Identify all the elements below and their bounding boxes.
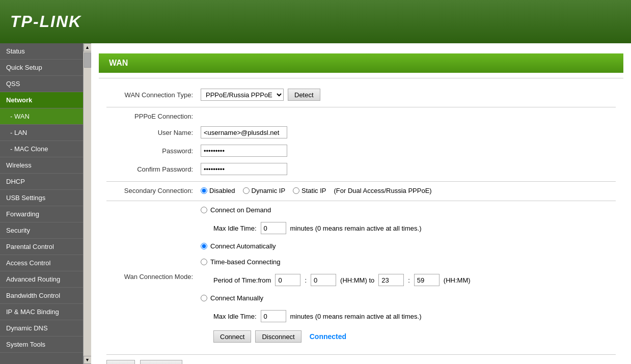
sidebar-item-lan[interactable]: - LAN [0, 125, 83, 141]
connect-automatically-radio[interactable] [201, 243, 207, 249]
sidebar-item-bandwidth-control[interactable]: Bandwidth Control [0, 288, 83, 304]
disconnect-button[interactable]: Disconnect [255, 330, 301, 343]
advanced-button[interactable]: Advanced [140, 360, 183, 364]
sidebar-scrollbar[interactable]: ▲ ▼ [83, 43, 91, 364]
logo: TP-LINK [10, 12, 81, 31]
password-input[interactable] [201, 145, 287, 157]
pppoe-connection-label: PPPoE Connection: [99, 113, 201, 120]
secondary-static-label: Static IP [301, 187, 326, 194]
connect-automatically-text: Connect Automatically [210, 242, 276, 250]
sidebar-item-mac-clone[interactable]: - MAC Clone [0, 141, 83, 157]
wan-connection-type-row: WAN Connection Type: PPPoE/Russia PPPoED… [99, 89, 623, 101]
sidebar-item-forwarding[interactable]: Forwarding [0, 206, 83, 222]
sidebar-item-access-control[interactable]: Access Control [0, 255, 83, 271]
hhmm2-label: (HH:MM) [444, 276, 471, 284]
sidebar-item-advanced-routing[interactable]: Advanced Routing [0, 271, 83, 288]
sidebar-item-qss[interactable]: QSS [0, 76, 83, 92]
secondary-dynamic-item: Dynamic IP [243, 187, 285, 194]
bottom-buttons: Save Advanced [106, 354, 616, 364]
sidebar-item-security[interactable]: Security [0, 222, 83, 239]
secondary-dynamic-label: Dynamic IP [252, 187, 285, 194]
secondary-disabled-item: Disabled [201, 187, 235, 194]
sidebar-item-wireless[interactable]: Wireless [0, 157, 83, 174]
secondary-connection-control: Disabled Dynamic IP Static IP (For Dual … [201, 187, 432, 194]
confirm-password-label: Confirm Password: [99, 165, 201, 173]
time-from1-input[interactable] [275, 274, 300, 286]
password-row: Password: [99, 145, 623, 157]
wan-connection-type-label: WAN Connection Type: [99, 91, 201, 99]
secondary-connection-row: Secondary Connection: Disabled Dynamic I… [99, 187, 623, 194]
header: TP-LINK [0, 0, 631, 43]
colon1: : [305, 276, 307, 284]
max-idle-note1: minutes (0 means remain active at all ti… [290, 225, 422, 232]
colon2: : [408, 276, 410, 284]
sidebar-item-parental-control[interactable]: Parental Control [0, 239, 83, 255]
password-label: Password: [99, 147, 201, 155]
connect-manually-radio[interactable] [201, 295, 207, 301]
sidebar-item-dynamic-dns[interactable]: Dynamic DNS [0, 320, 83, 337]
connect-on-demand-radio[interactable] [201, 207, 207, 213]
sidebar-item-ip-mac-binding[interactable]: IP & MAC Binding [0, 304, 83, 320]
secondary-static-radio[interactable] [293, 187, 299, 194]
wan-connection-type-select[interactable]: PPPoE/Russia PPPoEDynamic IPStatic IPL2T… [201, 89, 284, 101]
period-row: Period of Time:from : (HH:MM) to : (HH:M… [213, 274, 471, 286]
username-input[interactable] [201, 126, 287, 138]
scroll-down-arrow[interactable]: ▼ [84, 356, 92, 364]
divider-top [99, 78, 623, 78]
connect-on-demand-text: Connect on Demand [210, 206, 271, 214]
connect-button[interactable]: Connect [213, 330, 251, 343]
wan-mode-label: Wan Connection Mode: [99, 273, 201, 281]
secondary-note: (For Dual Access/Russia PPPoE) [334, 187, 431, 194]
secondary-dynamic-radio[interactable] [243, 187, 250, 194]
sidebar-item-system-tools[interactable]: System Tools [0, 337, 83, 353]
time-from2-input[interactable] [311, 274, 336, 286]
sidebar-item-quick-setup[interactable]: Quick Setup [0, 60, 83, 76]
max-idle-row2: Max Idle Time: minutes (0 means remain a… [213, 310, 471, 322]
connect-manually-text: Connect Manually [210, 294, 263, 302]
confirm-password-row: Confirm Password: [99, 163, 623, 175]
time-to1-input[interactable] [378, 274, 404, 286]
divider-mode [106, 201, 616, 201]
sidebar-item-dhcp[interactable]: DHCP [0, 174, 83, 190]
time-based-text: Time-based Connecting [210, 258, 281, 266]
sidebar-item-network[interactable]: Network [0, 92, 83, 108]
divider-pppoe [106, 107, 616, 107]
username-control [201, 126, 287, 138]
pppoe-connection-row: PPPoE Connection: [99, 113, 623, 120]
max-idle-label1: Max Idle Time: [213, 225, 257, 232]
sidebar-item-status[interactable]: Status [0, 43, 83, 60]
detect-button[interactable]: Detect [288, 89, 320, 101]
main-layout: StatusQuick SetupQSSNetwork- WAN- LAN- M… [0, 43, 631, 364]
connect-on-demand-row: Connect on Demand [201, 206, 471, 214]
secondary-disabled-label: Disabled [209, 187, 235, 194]
username-row: User Name: [99, 126, 623, 138]
secondary-disabled-radio[interactable] [201, 187, 207, 194]
max-idle-row1: Max Idle Time: minutes (0 means remain a… [213, 222, 471, 234]
secondary-connection-label: Secondary Connection: [99, 187, 201, 194]
scroll-up-arrow[interactable]: ▲ [84, 43, 92, 51]
max-idle-input2[interactable] [261, 310, 286, 322]
page-title: WAN [99, 53, 623, 73]
scroll-track [84, 51, 91, 356]
save-button[interactable]: Save [106, 360, 135, 364]
connect-automatically-label: Connect Automatically [201, 242, 276, 250]
sidebar-item-wan[interactable]: - WAN [0, 108, 83, 125]
connect-on-demand-label: Connect on Demand [201, 206, 271, 214]
time-based-radio[interactable] [201, 259, 207, 265]
connect-automatically-row: Connect Automatically [201, 242, 471, 250]
wan-form: WAN Connection Type: PPPoE/Russia PPPoED… [91, 83, 631, 364]
sidebar: StatusQuick SetupQSSNetwork- WAN- LAN- M… [0, 43, 83, 364]
confirm-password-input[interactable] [201, 163, 287, 175]
wan-connection-type-control: PPPoE/Russia PPPoEDynamic IPStatic IPL2T… [201, 89, 320, 101]
scroll-thumb[interactable] [84, 52, 91, 68]
confirm-password-control [201, 163, 287, 175]
period-label: Period of Time:from [213, 276, 271, 284]
connect-manually-row: Connect Manually [201, 294, 471, 302]
sidebar-item-usb-settings[interactable]: USB Settings [0, 190, 83, 206]
hhmm1-label: (HH:MM) to [340, 276, 374, 284]
divider-secondary [106, 181, 616, 182]
time-to2-input[interactable] [414, 274, 440, 286]
max-idle-input1[interactable] [261, 222, 286, 234]
content-area: WAN WAN Connection Type: PPPoE/Russia PP… [91, 43, 631, 364]
max-idle-label2: Max Idle Time: [213, 313, 257, 320]
